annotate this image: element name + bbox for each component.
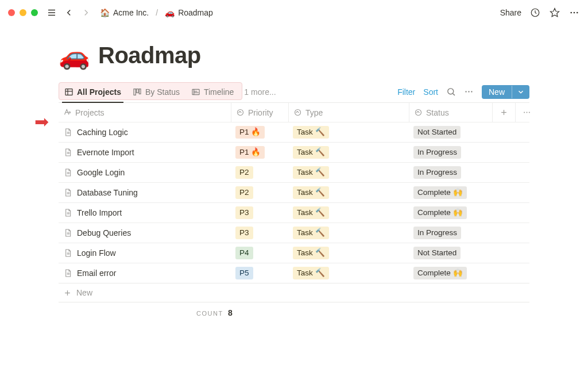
table-row[interactable]: Debug QueriesP3Task 🔨In Progress xyxy=(59,223,529,243)
table-row[interactable]: Caching LogicP1 🔥Task 🔨Not Started xyxy=(59,122,529,143)
table-row[interactable]: Evernote ImportP1 🔥Task 🔨In Progress xyxy=(59,143,529,163)
table-row[interactable]: Google LoginP2Task 🔨In Progress xyxy=(59,163,529,183)
priority-pill: P1 🔥 xyxy=(235,126,265,139)
sort-link[interactable]: Sort xyxy=(423,87,438,97)
cell-type[interactable]: Task 🔨 xyxy=(288,223,409,243)
page-icon xyxy=(63,248,72,258)
row-title: Evernote Import xyxy=(77,148,134,157)
svg-point-20 xyxy=(465,91,466,92)
cell-status[interactable]: Complete 🙌 xyxy=(409,183,492,202)
cell-empty xyxy=(492,122,515,142)
cell-priority[interactable]: P1 🔥 xyxy=(231,143,288,162)
cell-title[interactable]: Caching Logic xyxy=(59,122,231,142)
cell-status[interactable]: In Progress xyxy=(409,143,492,162)
view-tab-by-status[interactable]: By Status xyxy=(127,81,185,102)
text-property-icon xyxy=(63,108,72,117)
top-right-actions: Share xyxy=(500,7,580,18)
table-row[interactable]: Login FlowP4Task 🔨Not Started xyxy=(59,243,529,263)
back-icon[interactable] xyxy=(63,7,75,18)
minimize-window-dot[interactable] xyxy=(20,9,26,16)
view-tab-timeline[interactable]: Timeline xyxy=(185,81,239,102)
cell-title[interactable]: Evernote Import xyxy=(59,143,231,162)
more-views[interactable]: 1 more... xyxy=(239,87,280,97)
table-row[interactable]: Email errorP5Task 🔨Complete 🙌 xyxy=(59,263,529,283)
cell-status[interactable]: Complete 🙌 xyxy=(409,203,492,223)
priority-pill: P2 xyxy=(235,166,253,179)
page-icon xyxy=(63,168,72,177)
cell-status[interactable]: Not Started xyxy=(409,243,492,263)
breadcrumb-workspace[interactable]: 🏠 Acme Inc. xyxy=(98,7,151,18)
forward-icon[interactable] xyxy=(80,7,92,18)
page-icon xyxy=(63,269,72,278)
column-menu-button[interactable] xyxy=(515,103,538,122)
view-tab-all-projects[interactable]: All Projects xyxy=(59,81,127,102)
status-pill: Not Started xyxy=(413,247,461,259)
zoom-window-dot[interactable] xyxy=(31,9,38,16)
svg-point-21 xyxy=(468,91,469,92)
page-body: ➡ 🚗 Roadmap All Projects By Status Timel… xyxy=(0,25,588,317)
cell-type[interactable]: Task 🔨 xyxy=(288,183,409,202)
filter-link[interactable]: Filter xyxy=(397,87,415,97)
cell-title[interactable]: Login Flow xyxy=(59,243,231,263)
close-window-dot[interactable] xyxy=(8,9,15,16)
cell-title[interactable]: Trello Import xyxy=(59,203,231,223)
view-more-icon[interactable] xyxy=(464,87,474,97)
svg-rect-14 xyxy=(192,89,199,94)
clock-icon[interactable] xyxy=(529,7,541,18)
star-icon[interactable] xyxy=(549,7,560,18)
breadcrumb-page[interactable]: 🚗 Roadmap xyxy=(163,7,215,18)
cell-type[interactable]: Task 🔨 xyxy=(288,143,409,162)
cell-priority[interactable]: P1 🔥 xyxy=(231,122,288,142)
add-column-button[interactable] xyxy=(492,103,515,122)
share-button[interactable]: Share xyxy=(500,8,521,17)
cell-title[interactable]: Database Tuning xyxy=(59,183,231,202)
cell-title[interactable]: Email error xyxy=(59,263,231,283)
search-icon[interactable] xyxy=(446,87,456,97)
cell-empty xyxy=(492,263,515,283)
cell-priority[interactable]: P4 xyxy=(231,243,288,263)
new-button[interactable]: New xyxy=(482,85,529,99)
cell-status[interactable]: Not Started xyxy=(409,122,492,142)
chevron-down-icon[interactable] xyxy=(512,86,529,98)
table-row[interactable]: Trello ImportP3Task 🔨Complete 🙌 xyxy=(59,203,529,223)
cell-type[interactable]: Task 🔨 xyxy=(288,122,409,142)
cell-status[interactable]: In Progress xyxy=(409,163,492,182)
cell-priority[interactable]: P5 xyxy=(231,263,288,283)
cell-empty xyxy=(492,183,515,202)
col-type[interactable]: Type xyxy=(288,103,409,122)
annotation-arrow: ➡ xyxy=(34,112,49,132)
hamburger-icon[interactable] xyxy=(46,7,57,18)
cell-empty xyxy=(515,143,538,162)
cell-empty xyxy=(515,122,538,142)
svg-line-19 xyxy=(453,94,455,95)
page-icon xyxy=(63,148,72,157)
svg-point-22 xyxy=(471,91,472,92)
cell-type[interactable]: Task 🔨 xyxy=(288,163,409,182)
page-title[interactable]: Roadmap xyxy=(98,43,201,68)
col-label: Priority xyxy=(248,108,273,117)
cell-status[interactable]: In Progress xyxy=(409,223,492,243)
cell-priority[interactable]: P2 xyxy=(231,163,288,182)
col-status[interactable]: Status xyxy=(409,103,492,122)
cell-type[interactable]: Task 🔨 xyxy=(288,263,409,283)
svg-rect-13 xyxy=(139,89,141,94)
page-emoji[interactable]: 🚗 xyxy=(59,43,90,68)
col-priority[interactable]: Priority xyxy=(231,103,288,122)
more-icon[interactable] xyxy=(568,7,580,18)
cell-type[interactable]: Task 🔨 xyxy=(288,243,409,263)
cell-title[interactable]: Debug Queries xyxy=(59,223,231,243)
cell-priority[interactable]: P3 xyxy=(231,203,288,223)
cell-status[interactable]: Complete 🙌 xyxy=(409,263,492,283)
cell-empty xyxy=(492,203,515,223)
cell-priority[interactable]: P3 xyxy=(231,223,288,243)
new-row-button[interactable]: New xyxy=(59,283,529,302)
cell-priority[interactable]: P2 xyxy=(231,183,288,202)
row-title: Login Flow xyxy=(77,248,116,258)
select-property-icon xyxy=(293,108,302,117)
col-projects[interactable]: Projects xyxy=(59,103,231,122)
cell-title[interactable]: Google Login xyxy=(59,163,231,182)
cell-type[interactable]: Task 🔨 xyxy=(288,203,409,223)
priority-pill: P3 xyxy=(235,206,253,219)
svg-point-6 xyxy=(574,12,575,14)
table-row[interactable]: Database TuningP2Task 🔨Complete 🙌 xyxy=(59,183,529,203)
